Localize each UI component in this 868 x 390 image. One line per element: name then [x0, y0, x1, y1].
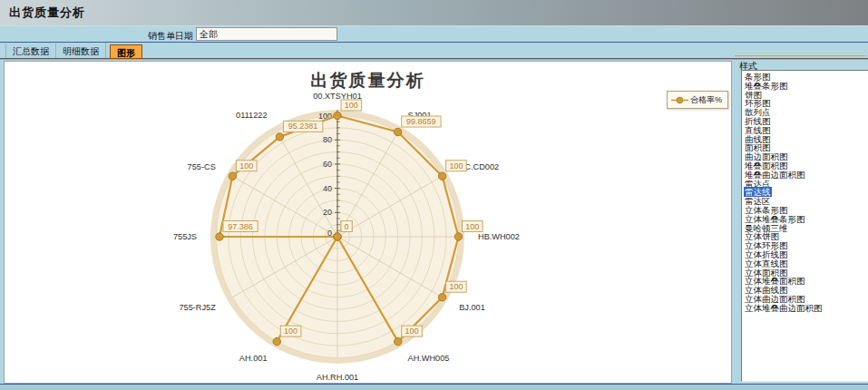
filter-toolbar: 销售单日期 [0, 27, 868, 43]
data-point[interactable] [229, 172, 236, 180]
svg-text:95.2381: 95.2381 [288, 122, 318, 131]
sales-date-input[interactable] [196, 27, 337, 41]
value-label: 99.8659 [402, 116, 441, 127]
axis-tick-label: 20 [323, 208, 332, 217]
data-point[interactable] [394, 128, 401, 135]
svg-text:100: 100 [284, 327, 297, 336]
category-label: 755JS [173, 232, 197, 241]
category-label: 755-RJ5Z [179, 303, 216, 312]
chart-panel: 02040608010000.XTSYH01SJ001SC.CD002HB.WH… [4, 61, 732, 384]
svg-text:100: 100 [449, 282, 463, 291]
window-title: 出货质量分析 [0, 5, 85, 21]
chart-title: 出货质量分析 [5, 69, 731, 93]
style-listbox[interactable]: 条形图堆叠条形图饼图环形图散列点折线图直线图曲线图面积图曲边面积图堆叠面积图堆叠… [741, 70, 868, 382]
style-list-item[interactable]: 立体堆叠曲边面积图 [744, 304, 868, 313]
app-window: { "window": { "title": "出货质量分析" }, "filt… [0, 0, 868, 390]
status-bar [0, 384, 868, 390]
category-label: 755-CS [188, 162, 216, 171]
svg-text:0: 0 [345, 222, 349, 231]
axis-tick-label: 40 [323, 184, 332, 193]
data-point[interactable] [273, 337, 280, 345]
chart-legend: 合格率% [667, 91, 728, 109]
legend-dot-line-icon [671, 96, 688, 104]
svg-text:99.8659: 99.8659 [406, 117, 436, 126]
value-label: 100 [402, 326, 423, 336]
value-label: 100 [446, 161, 467, 171]
tab-1[interactable]: 明细数据 [56, 44, 106, 58]
value-label: 97.386 [223, 221, 258, 232]
value-label: 100 [280, 326, 301, 336]
svg-text:100: 100 [345, 101, 358, 110]
svg-text:97.386: 97.386 [228, 222, 253, 231]
svg-text:100: 100 [465, 222, 479, 231]
svg-text:100: 100 [405, 327, 419, 336]
legend-series-label: 合格率% [690, 94, 722, 106]
axis-tick-label: 80 [323, 135, 332, 144]
data-point[interactable] [334, 112, 341, 119]
svg-text:100: 100 [449, 161, 463, 171]
tab-0[interactable]: 汇总数据 [5, 44, 56, 58]
category-label: AH.RH.001 [317, 373, 358, 382]
window-titlebar: 出货质量分析 [0, 0, 868, 26]
value-label: 100 [463, 221, 483, 232]
radar-chart: 02040608010000.XTSYH01SJ001SC.CD002HB.WH… [5, 62, 731, 386]
tab-2[interactable]: 图形 [110, 44, 142, 59]
value-label: 95.2381 [283, 121, 322, 132]
style-panel: 样式 条形图堆叠条形图饼图环形图散列点折线图直线图曲线图面积图曲边面积图堆叠面积… [735, 55, 866, 385]
category-label: AH.WH005 [408, 354, 450, 363]
value-label: 100 [341, 100, 362, 111]
data-point[interactable] [216, 233, 223, 240]
data-point[interactable] [334, 233, 341, 240]
value-label: 100 [236, 161, 257, 171]
category-label: 0111222 [236, 111, 267, 120]
category-label: BJ.001 [459, 303, 485, 312]
category-label: AH.001 [239, 354, 268, 363]
data-point[interactable] [276, 133, 283, 141]
category-label: HB.WH002 [478, 232, 520, 241]
data-point[interactable] [454, 233, 462, 240]
sales-date-label: 销售单日期 [141, 30, 193, 43]
data-point[interactable] [438, 294, 445, 301]
data-point[interactable] [438, 172, 445, 180]
axis-tick-label: 60 [323, 160, 332, 169]
data-point[interactable] [395, 337, 402, 345]
value-label: 0 [341, 221, 352, 232]
value-label: 100 [446, 281, 467, 292]
svg-text:100: 100 [239, 161, 253, 171]
